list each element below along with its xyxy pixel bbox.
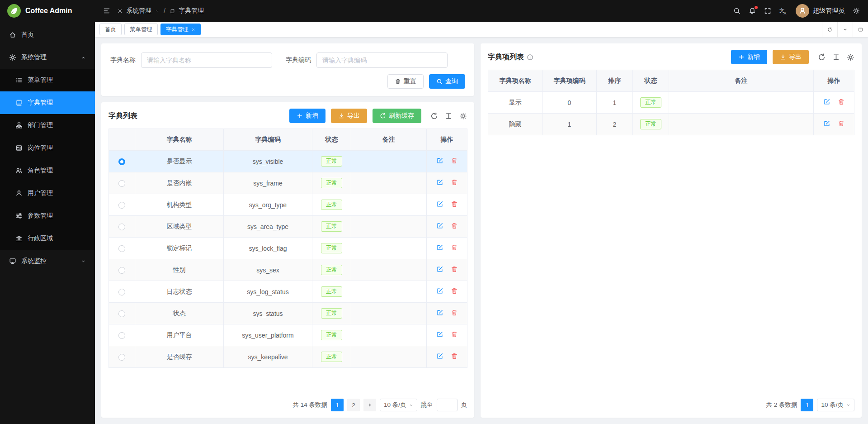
page-size-select[interactable]: 10 条/页 xyxy=(380,399,417,411)
table-row[interactable]: 日志状态 sys_log_status 正常 xyxy=(109,281,467,303)
add-dict-button[interactable]: 新增 xyxy=(289,109,326,123)
column-settings-icon[interactable] xyxy=(832,53,840,61)
page-size-select[interactable]: 10 条/页 xyxy=(817,399,854,411)
row-radio[interactable] xyxy=(118,224,125,230)
dict-name-input[interactable] xyxy=(141,52,272,68)
tab-dict-mgmt[interactable]: 字典管理 xyxy=(160,24,201,35)
gear-icon[interactable] xyxy=(459,112,467,120)
reset-button[interactable]: 重置 xyxy=(387,74,424,89)
breadcrumb-root[interactable]: 系统管理 xyxy=(126,7,151,15)
table-row[interactable]: 用户平台 sys_user_platform 正常 xyxy=(109,324,467,346)
dict-code-input[interactable] xyxy=(316,52,448,68)
delete-icon[interactable] xyxy=(838,120,845,127)
table-row[interactable]: 机构类型 sys_org_type 正常 xyxy=(109,194,467,216)
table-row[interactable]: 显示 0 1 正常 xyxy=(488,92,854,114)
username: 超级管理员 xyxy=(813,7,844,15)
export-item-button[interactable]: 导出 xyxy=(773,50,809,64)
page-button-2[interactable]: 2 xyxy=(347,399,360,411)
edit-icon[interactable] xyxy=(436,157,443,164)
refresh-icon[interactable] xyxy=(430,112,438,120)
language-button[interactable] xyxy=(779,7,788,15)
close-icon[interactable] xyxy=(191,28,195,32)
row-radio[interactable] xyxy=(118,289,125,295)
page-button-1[interactable]: 1 xyxy=(331,399,344,411)
edit-icon[interactable] xyxy=(436,179,443,186)
refresh-tab-button[interactable] xyxy=(822,22,837,37)
collapse-sidebar-icon[interactable] xyxy=(103,7,110,14)
search-icon[interactable] xyxy=(733,7,741,14)
table-row[interactable]: 锁定标记 sys_lock_flag 正常 xyxy=(109,238,467,259)
delete-icon[interactable] xyxy=(451,157,458,164)
query-button[interactable]: 查询 xyxy=(429,74,465,89)
sidebar-item-region[interactable]: 行政区域 xyxy=(0,227,95,250)
column-settings-icon[interactable] xyxy=(445,112,453,120)
page-button-1[interactable]: 1 xyxy=(801,399,813,411)
sidebar-item-param-mgmt[interactable]: 参数管理 xyxy=(0,205,95,227)
layout-toggle-button[interactable] xyxy=(853,22,868,37)
edit-icon[interactable] xyxy=(436,222,443,229)
gear-icon[interactable] xyxy=(847,53,854,61)
notifications-button[interactable] xyxy=(749,7,756,14)
delete-icon[interactable] xyxy=(451,200,458,208)
jump-page-input[interactable] xyxy=(437,399,458,411)
monitor-icon xyxy=(9,257,16,265)
tab-home[interactable]: 首页 xyxy=(99,24,122,35)
sidebar-item-role-mgmt[interactable]: 角色管理 xyxy=(0,159,95,182)
table-row[interactable]: 是否缓存 sys_keepalive 正常 xyxy=(109,346,467,368)
sidebar-item-post-mgmt[interactable]: 岗位管理 xyxy=(0,137,95,159)
delete-icon[interactable] xyxy=(451,287,458,295)
row-radio[interactable] xyxy=(118,180,125,187)
delete-icon[interactable] xyxy=(451,331,458,338)
delete-icon[interactable] xyxy=(451,266,458,273)
sidebar-item-user-mgmt[interactable]: 用户管理 xyxy=(0,182,95,205)
sidebar-item-dict-mgmt[interactable]: 字典管理 xyxy=(0,91,95,114)
sidebar-item-menu-mgmt[interactable]: 菜单管理 xyxy=(0,69,95,91)
delete-icon[interactable] xyxy=(451,222,458,229)
sidebar-item-dept-mgmt[interactable]: 部门管理 xyxy=(0,114,95,137)
refresh-icon[interactable] xyxy=(818,53,826,61)
delete-icon[interactable] xyxy=(451,179,458,186)
settings-icon[interactable] xyxy=(853,7,860,14)
row-radio[interactable] xyxy=(118,354,125,361)
edit-icon[interactable] xyxy=(823,120,830,127)
clear-icon xyxy=(395,78,401,85)
edit-icon[interactable] xyxy=(436,309,443,316)
delete-icon[interactable] xyxy=(838,98,845,105)
row-radio[interactable] xyxy=(118,267,125,274)
table-row[interactable]: 区域类型 sys_area_type 正常 xyxy=(109,216,467,238)
edit-icon[interactable] xyxy=(436,244,443,251)
table-row[interactable]: 是否内嵌 sys_frame 正常 xyxy=(109,172,467,194)
sidebar-item-home[interactable]: 首页 xyxy=(0,24,95,46)
edit-icon[interactable] xyxy=(436,266,443,273)
table-row[interactable]: 隐藏 1 2 正常 xyxy=(488,114,854,135)
next-page-button[interactable] xyxy=(363,399,376,411)
info-icon[interactable] xyxy=(527,54,533,61)
row-radio[interactable] xyxy=(118,310,125,317)
sidebar-item-monitor[interactable]: 系统监控 xyxy=(0,250,95,272)
user-menu[interactable]: 超级管理员 xyxy=(796,4,844,18)
refresh-cache-button[interactable]: 刷新缓存 xyxy=(373,109,421,123)
edit-icon[interactable] xyxy=(823,98,830,105)
row-radio[interactable] xyxy=(118,332,125,339)
row-radio[interactable] xyxy=(118,158,125,165)
export-dict-button[interactable]: 导出 xyxy=(331,109,367,123)
delete-icon[interactable] xyxy=(451,309,458,316)
delete-icon[interactable] xyxy=(451,353,458,360)
tab-options-button[interactable] xyxy=(837,22,853,37)
edit-icon[interactable] xyxy=(436,353,443,360)
table-row[interactable]: 性别 sys_sex 正常 xyxy=(109,259,467,281)
book-icon xyxy=(170,9,175,14)
row-radio[interactable] xyxy=(118,202,125,209)
edit-icon[interactable] xyxy=(436,331,443,338)
status-badge: 正常 xyxy=(640,119,661,129)
add-item-button[interactable]: 新增 xyxy=(731,50,767,64)
table-row[interactable]: 是否显示 sys_visible 正常 xyxy=(109,151,467,172)
tab-menu-mgmt[interactable]: 菜单管理 xyxy=(124,24,158,35)
table-row[interactable]: 状态 sys_status 正常 xyxy=(109,303,467,324)
fullscreen-icon[interactable] xyxy=(764,7,771,14)
edit-icon[interactable] xyxy=(436,200,443,208)
sidebar-item-system[interactable]: 系统管理 xyxy=(0,46,95,69)
row-radio[interactable] xyxy=(118,245,125,252)
delete-icon[interactable] xyxy=(451,244,458,251)
edit-icon[interactable] xyxy=(436,287,443,295)
